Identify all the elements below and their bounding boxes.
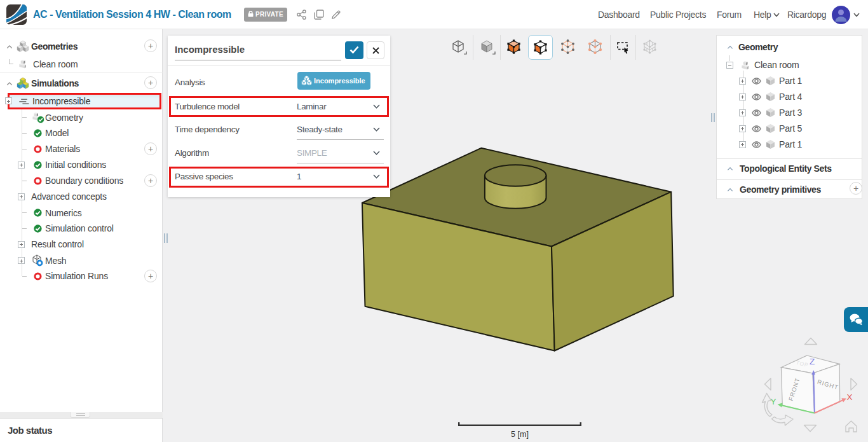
svg-text:Z: Z <box>810 357 815 366</box>
svg-text:X: X <box>846 392 852 402</box>
svg-text:Y: Y <box>770 397 776 406</box>
